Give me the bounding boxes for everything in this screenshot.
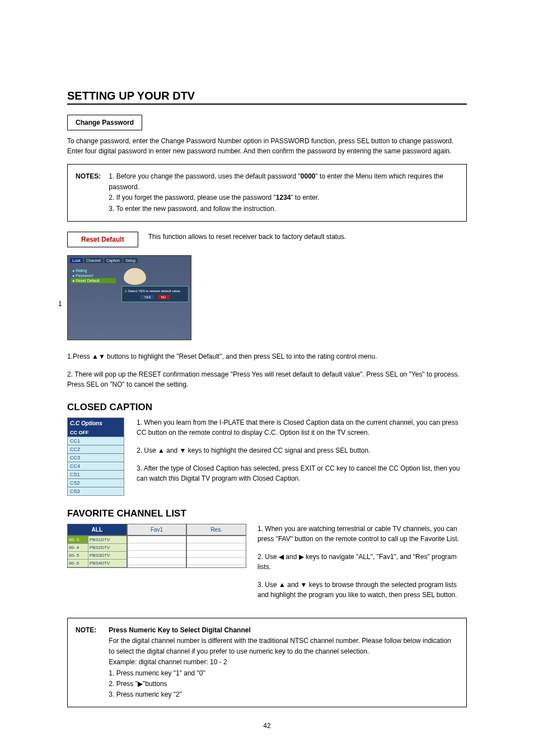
note2-line-5: 3. Press numeric key "2": [109, 691, 182, 698]
screenshot-side-rating: ● Rating: [71, 268, 116, 273]
note2-label: NOTE:: [76, 625, 107, 636]
fav-col-fav1: [127, 536, 187, 568]
reset-desc: This function allows to reset receiver b…: [148, 232, 346, 242]
page-number: 42: [67, 722, 467, 730]
note2-box: NOTE: Press Numeric Key to Select Digita…: [67, 618, 467, 707]
change-password-heading: Change Password: [67, 115, 142, 130]
cc-step-2: 2. Use ▲ and ▼ keys to highlight the des…: [137, 445, 467, 456]
side-number: 1: [58, 300, 62, 308]
note2-title: Press Numeric Key to Select Digital Chan…: [109, 626, 250, 634]
note2-line-3: 1. Press numeric key "1" and "0": [109, 669, 205, 677]
cc-item-cc3: CC3: [68, 454, 124, 462]
cc-panel-head: C.C Options: [68, 418, 124, 429]
cc-item-cc2: CC2: [68, 445, 124, 454]
fav-step-1: 1. When you are watching terrestrial or …: [257, 524, 467, 544]
cc-item-cs3: CS3: [68, 487, 124, 495]
warning-icon: ⚠: [124, 289, 127, 293]
change-password-body: To change password, enter the Change Pas…: [67, 136, 467, 156]
screenshot-side-reset: ● Reset Default: [71, 278, 116, 283]
fav-row: 80- 3PBS1DTV: [68, 536, 127, 544]
cc-step-1: 1. When you learn from the I-PLATE that …: [137, 417, 467, 438]
note2-line-1: For the digital channel number is differ…: [109, 637, 451, 655]
cc-options-panel: C.C Options CC OFF CC1 CC2 CC3 CC4 CS1 C…: [67, 417, 124, 496]
favorite-heading: FAVORITE CHANNEL LIST: [67, 508, 467, 519]
fav-row: 80- 4PBS2DTV: [68, 544, 127, 552]
page-title: SETTING UP YOUR DTV: [67, 90, 467, 105]
screenshot-tab-lock: Lock: [70, 258, 83, 263]
cc-item-cc1: CC1: [68, 437, 124, 445]
screenshot-yes-button: YES: [140, 295, 154, 299]
favorite-table: ALL Fav1 Res. 80- 3PBS1DTV 80- 4PBS2DTV …: [67, 524, 246, 568]
reset-step-2: 2. There will pop up the RESET confirmat…: [67, 369, 467, 389]
fav-tab-res: Res.: [186, 524, 246, 536]
fav-step-3: 3. Use ▲ and ▼ keys to browse through th…: [257, 580, 467, 600]
fav-tab-fav1: Fav1: [127, 524, 187, 536]
screenshot-dialog: ⚠ Select YES to restore default value. Y…: [121, 286, 189, 302]
note-3: 3. To enter the new password, and follow…: [109, 205, 276, 213]
notes-box: NOTES: 1. Before you change the password…: [67, 164, 467, 222]
fav-col-all: 80- 3PBS1DTV 80- 4PBS2DTV 80- 5PBS3DTV 8…: [67, 536, 127, 568]
reset-default-heading: Reset Default: [67, 232, 138, 247]
note-2: 2. If you forget the password, please us…: [109, 194, 319, 201]
fav-step-2: 2. Use ◀ and ▶ keys to navigate "ALL", "…: [257, 552, 467, 572]
screenshot-tab-channel: Channel: [84, 258, 103, 263]
screenshot-mascot: [124, 268, 146, 285]
reset-step-1: 1.Press ▲▼ buttons to highlight the "Res…: [67, 351, 467, 361]
fav-col-res: [186, 536, 246, 568]
notes-label: NOTES:: [76, 171, 107, 182]
screenshot-tab-caption: Caption: [104, 258, 122, 263]
reset-screenshot: Lock Channel Caption Setup ● Rating ● Pa…: [67, 255, 191, 340]
cc-item-cs2: CS2: [68, 479, 124, 487]
cc-step-3: 3. After the type of Closed Caption has …: [137, 463, 467, 483]
note2-line-4: 2. Press "▶"buttons: [109, 680, 167, 688]
note2-line-2: Example: digital channel number: 10 - 2: [109, 658, 227, 666]
notes-body: 1. Before you change the password, uses …: [109, 171, 457, 214]
fav-tab-all: ALL: [67, 524, 127, 536]
fav-row: 80- 5PBS3DTV: [68, 552, 127, 560]
screenshot-dialog-text: Select YES to restore default value.: [128, 289, 181, 293]
screenshot-no-button: NO: [158, 295, 170, 299]
screenshot-side-password: ● Password: [71, 273, 116, 278]
cc-item-off: CC OFF: [68, 429, 124, 437]
note-1: 1. Before you change the password, uses …: [109, 172, 443, 191]
fav-row: 80- 6PBS4DTV: [68, 560, 127, 567]
cc-item-cs1: CS1: [68, 471, 124, 479]
cc-item-cc4: CC4: [68, 462, 124, 471]
closed-caption-heading: CLOSED CAPTION: [67, 402, 467, 413]
screenshot-tab-setup: Setup: [123, 258, 138, 263]
